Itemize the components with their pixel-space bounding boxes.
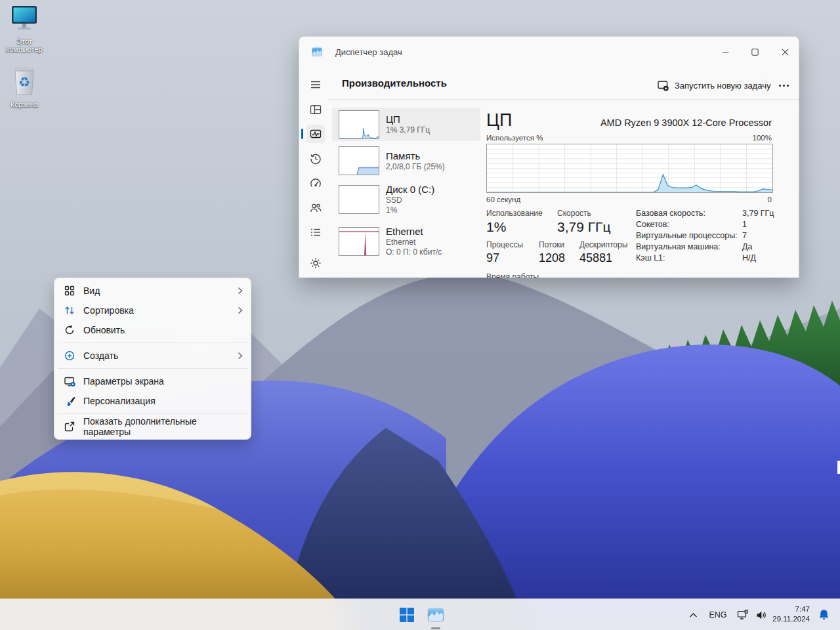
tray-notifications[interactable] (814, 606, 833, 624)
desktop-icon-this-pc[interactable]: Этот компьютер (1, 5, 48, 53)
stat-label: Потоки (539, 240, 564, 249)
task-manager-window: Диспетчер задач Производительность Запус… (299, 36, 799, 278)
nav-users[interactable] (306, 199, 325, 217)
recycle-bin-icon: ♻ (11, 66, 37, 96)
ellipsis-icon (779, 85, 781, 87)
detail-label: Кэш L1: (636, 253, 665, 262)
menu-item-personalize[interactable]: Персонализация (57, 391, 248, 411)
graph-xlabel-right: 0 (768, 196, 772, 203)
cpu-processor-name: AMD Ryzen 9 3900X 12-Core Processor (600, 117, 772, 128)
menu-item-sort[interactable]: Сортировка (57, 301, 248, 320)
menu-item-label: Персонализация (83, 396, 243, 406)
chevron-right-icon (234, 287, 243, 295)
detail-value: 1 (742, 220, 747, 229)
nav-app-history[interactable] (306, 150, 325, 168)
perf-list-item-ethernet[interactable]: Ethernet Ethernet О: 0 П: 0 кбит/с (332, 222, 480, 261)
mouse-cursor (837, 461, 840, 474)
hamburger-icon (310, 79, 322, 91)
perf-list-item-memory[interactable]: Память 2,0/8,0 ГБ (25%) (332, 144, 480, 177)
plus-circle-icon (64, 350, 75, 362)
tray-show-hidden-icons[interactable] (684, 606, 702, 624)
speaker-icon (756, 610, 767, 620)
close-icon (782, 49, 789, 56)
ethernet-mini-chart (339, 227, 379, 256)
menu-item-label: Показать дополнительные параметры (83, 416, 243, 437)
menu-item-label: Создать (83, 350, 234, 361)
nav-processes[interactable] (306, 100, 325, 119)
nav-startup-apps[interactable] (306, 175, 325, 193)
detail-label: Сокетов: (636, 220, 669, 229)
desktop-icon-label: Этот компьютер (1, 37, 48, 53)
menu-item-refresh[interactable]: Обновить (57, 320, 248, 340)
nav-selection-indicator (301, 129, 303, 139)
menu-divider (58, 368, 247, 369)
run-new-task-button[interactable]: Запустить новую задачу (652, 75, 776, 95)
tray-volume[interactable] (752, 606, 770, 624)
detail-value: 3,79 ГГц (742, 209, 774, 218)
page-title: Производительность (342, 77, 447, 89)
svg-text:♻: ♻ (18, 74, 30, 90)
menu-item-show-more-options[interactable]: Показать дополнительные параметры (57, 417, 248, 436)
taskbar: ENG 7:47 29.11.2024 (0, 598, 840, 630)
minimize-button[interactable] (711, 37, 740, 67)
desktop-icon-recycle-bin[interactable]: ♻ Корзина (1, 66, 48, 108)
menu-item-label: Сортировка (83, 305, 234, 316)
task-manager-icon (427, 606, 444, 623)
tray-clock[interactable]: 7:47 29.11.2024 (772, 604, 810, 624)
chevron-up-icon (689, 612, 698, 618)
users-icon (310, 202, 322, 214)
cpu-pane-title: ЦП (486, 110, 512, 131)
stat-value: 1208 (539, 251, 565, 265)
menu-divider (58, 413, 247, 414)
taskbar-item-task-manager[interactable] (423, 602, 448, 627)
detail-value: Да (742, 242, 752, 251)
gear-icon (310, 257, 322, 269)
running-app-indicator (431, 627, 440, 629)
cpu-mini-chart (339, 110, 379, 139)
network-ethernet-icon (737, 610, 749, 620)
performance-icon (310, 128, 322, 140)
menu-item-label: Обновить (83, 325, 243, 335)
stat-value: 45881 (579, 251, 612, 265)
perf-item-detail: Ethernet (386, 238, 442, 247)
detail-value: Н/Д (742, 253, 756, 262)
run-new-task-label: Запустить новую задачу (675, 81, 770, 91)
nav-details[interactable] (306, 223, 325, 242)
maximize-button[interactable] (740, 37, 770, 67)
details-list-icon (310, 226, 322, 238)
detail-label: Виртуальная машина: (636, 242, 721, 251)
menu-item-view[interactable]: Вид (57, 281, 248, 301)
menu-item-label: Параметры экрана (83, 376, 243, 387)
menu-item-display-settings[interactable]: Параметры экрана (57, 371, 248, 391)
perf-item-detail: SSD (386, 196, 434, 205)
stat-value: 1% (486, 219, 506, 235)
close-button[interactable] (770, 37, 799, 67)
perf-item-name: ЦП (386, 114, 430, 125)
nav-performance[interactable] (306, 125, 325, 143)
perf-list-item-disk[interactable]: Диск 0 (C:) SSD 1% (332, 181, 480, 218)
uptime-label: Время работы (486, 272, 539, 278)
desktop-icon-label: Корзина (1, 100, 48, 108)
nav-menu-button[interactable] (306, 75, 325, 94)
more-options-button[interactable] (773, 77, 794, 94)
perf-item-detail: 2,0/8,0 ГБ (25%) (386, 162, 445, 172)
clock-date: 29.11.2024 (772, 614, 810, 624)
tray-network[interactable] (734, 606, 752, 624)
stat-label: Скорость (557, 209, 591, 218)
open-external-icon (64, 421, 75, 432)
cpu-usage-chart (486, 144, 773, 193)
stat-value: 97 (486, 251, 499, 265)
menu-item-new[interactable]: Создать (57, 346, 248, 366)
detail-value: 7 (742, 231, 747, 240)
desktop-context-menu: Вид Сортировка Обновить Создать Параметр… (54, 278, 251, 440)
start-button[interactable] (394, 602, 419, 627)
detail-label: Базовая скорость: (636, 209, 705, 218)
nav-settings[interactable] (306, 254, 325, 272)
perf-item-name: Ethernet (386, 226, 442, 238)
clock-time: 7:47 (772, 604, 810, 614)
tray-language[interactable]: ENG (706, 606, 730, 624)
perf-list-item-cpu[interactable]: ЦП 1% 3,79 ГГц (332, 108, 480, 141)
language-label: ENG (709, 610, 726, 620)
perf-item-name: Диск 0 (C:) (386, 184, 434, 196)
gauge-icon (310, 178, 322, 190)
